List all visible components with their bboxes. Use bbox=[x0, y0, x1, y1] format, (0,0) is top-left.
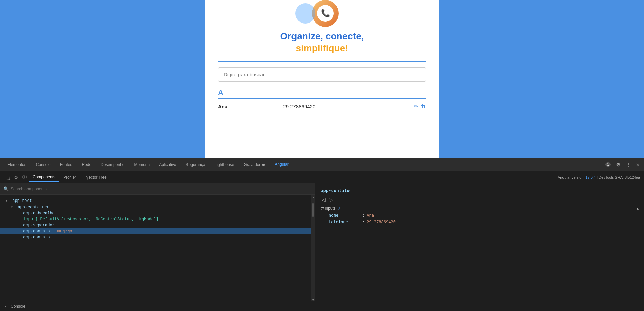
tab-angular[interactable]: Angular bbox=[270, 160, 293, 169]
component-tree-panel: 🔍 ▾ app-root ▾ app-container app-cabecal… bbox=[0, 183, 315, 311]
left-bg bbox=[0, 0, 205, 158]
console-menu-icon[interactable]: ⋮ bbox=[3, 304, 8, 309]
close-devtools-button[interactable]: ✕ bbox=[635, 161, 641, 169]
tree-area: ▾ app-root ▾ app-container app-cabecalho… bbox=[0, 195, 315, 302]
prop-value-telefone: 29 278869420 bbox=[367, 220, 396, 224]
phone-illustration: 📞 bbox=[288, 0, 356, 27]
settings-button[interactable]: ⚙ bbox=[615, 161, 622, 169]
title-line2: simplifique! bbox=[296, 43, 348, 53]
tree-item-app-root[interactable]: ▾ app-root bbox=[0, 197, 315, 204]
component-search-input[interactable] bbox=[11, 187, 312, 191]
console-label: Console bbox=[11, 304, 25, 309]
main-search-input[interactable] bbox=[218, 67, 426, 82]
chevron-icon bbox=[16, 229, 19, 234]
inputs-label: @Inputs bbox=[321, 206, 336, 211]
info-icon: ⓘ bbox=[22, 174, 27, 180]
contact-phone: 29 278869420 bbox=[283, 104, 414, 109]
settings-angular-button[interactable]: ⚙ bbox=[13, 173, 20, 181]
tree-item-app-contato-selected[interactable]: app-contato == $ng0 bbox=[0, 228, 315, 234]
tab-components[interactable]: Components bbox=[29, 173, 59, 182]
prop-key-nome: nome bbox=[329, 213, 362, 218]
chevron-icon bbox=[16, 211, 19, 216]
section-label-a: A bbox=[218, 88, 426, 99]
prop-row-telefone: telefone : 29 278869420 bbox=[321, 219, 639, 225]
title-divider bbox=[218, 61, 426, 62]
tree-scrollbar[interactable]: ▴ ▾ bbox=[311, 195, 315, 302]
title-line1: Organize, conecte, bbox=[280, 31, 364, 41]
prop-component-name: app-contato bbox=[315, 187, 644, 196]
recorder-icon: ⏺ bbox=[262, 163, 265, 167]
tab-aplicativo[interactable]: Aplicativo bbox=[154, 160, 181, 169]
angular-tab-icons: ⬚ ⚙ ⓘ bbox=[4, 173, 29, 182]
chevron-icon bbox=[16, 223, 19, 228]
tree-item-app-cabecalho[interactable]: app-cabecalho bbox=[0, 210, 315, 216]
chevron-icon bbox=[16, 235, 19, 240]
contact-name: Ana bbox=[218, 104, 283, 109]
prop-inputs-header[interactable]: @Inputs ↗ ▴ bbox=[321, 205, 639, 212]
tab-console[interactable]: Console bbox=[31, 160, 55, 169]
delete-contact-button[interactable]: 🗑 bbox=[421, 103, 426, 109]
inspect-icon: ⬚ bbox=[5, 174, 10, 180]
section-chevron-icon: ▴ bbox=[637, 206, 639, 211]
scroll-thumb[interactable] bbox=[312, 203, 314, 217]
prop-inputs-section: @Inputs ↗ ▴ nome : Ana telefone : 29 278… bbox=[315, 205, 644, 225]
console-badge: 1 bbox=[605, 162, 611, 167]
external-link-icon: ↗ bbox=[338, 206, 341, 211]
scroll-up-arrow[interactable]: ▴ bbox=[311, 195, 315, 200]
tab-gravador[interactable]: Gravador ⏺ bbox=[239, 160, 270, 169]
tab-lighthouse[interactable]: Lighthouse bbox=[210, 160, 239, 169]
prop-value-nome: Ana bbox=[367, 213, 374, 218]
edit-contact-button[interactable]: ✏ bbox=[414, 103, 418, 110]
tree-item-input[interactable]: input[_DefaultValueAccessor, _NgControlS… bbox=[0, 216, 315, 222]
more-options-button[interactable]: ⋮ bbox=[625, 161, 632, 169]
angular-version-text: Angular version: 17.0.4 | DevTools SHA: … bbox=[558, 175, 640, 179]
tree-item-app-container[interactable]: ▾ app-container bbox=[0, 204, 315, 210]
devtools-content: 🔍 ▾ app-root ▾ app-container app-cabecal… bbox=[0, 183, 644, 311]
angular-tabbar: ⬚ ⚙ ⓘ Components Profiler Injector Tree … bbox=[0, 171, 644, 183]
tree-item-app-contato-2[interactable]: app-contato bbox=[0, 234, 315, 240]
tab-profiler[interactable]: Profiler bbox=[59, 173, 80, 182]
info-button[interactable]: ⓘ bbox=[21, 173, 29, 182]
console-count-button[interactable]: 1 bbox=[604, 161, 612, 168]
contact-actions: ✏ 🗑 bbox=[414, 103, 426, 110]
chevron-icon: ▾ bbox=[11, 205, 14, 210]
inspect-element-button[interactable]: ⬚ bbox=[4, 173, 11, 182]
close-icon: ✕ bbox=[636, 162, 640, 167]
page-center: 📞 Organize, conecte, simplifique! A Ana … bbox=[205, 0, 439, 158]
tab-injector-tree[interactable]: Injector Tree bbox=[80, 173, 111, 182]
chevron-icon: ▾ bbox=[5, 198, 9, 203]
chevron-icon bbox=[16, 217, 19, 222]
tab-rede[interactable]: Rede bbox=[77, 160, 96, 169]
prop-row-nome: nome : Ana bbox=[321, 212, 639, 219]
prop-nav-row: ◁ ▷ bbox=[315, 196, 644, 205]
devtools-toolbar-right: 1 ⚙ ⋮ ✕ bbox=[604, 161, 641, 169]
tab-seguranca[interactable]: Segurança bbox=[181, 160, 210, 169]
tree-search-bar: 🔍 bbox=[0, 183, 315, 195]
devtools-tabbar: Elementos Console Fontes Rede Desempenho… bbox=[0, 158, 644, 171]
right-bg bbox=[439, 0, 644, 158]
more-icon: ⋮ bbox=[626, 162, 631, 167]
properties-panel: app-contato ◁ ▷ @Inputs ↗ ▴ nome : bbox=[315, 183, 644, 311]
console-bar: ⋮ Console bbox=[0, 301, 644, 311]
search-icon: 🔍 bbox=[3, 186, 9, 191]
tab-desempenho[interactable]: Desempenho bbox=[96, 160, 129, 169]
prop-key-telefone: telefone bbox=[329, 220, 362, 224]
angular-version-info: Angular version: 17.0.4 | DevTools SHA: … bbox=[558, 175, 640, 179]
tree-item-app-separador[interactable]: app-separador bbox=[0, 222, 315, 228]
tab-elementos[interactable]: Elementos bbox=[3, 160, 31, 169]
tab-memoria[interactable]: Memória bbox=[129, 160, 155, 169]
page-area: 📞 Organize, conecte, simplifique! A Ana … bbox=[0, 0, 644, 158]
prop-nav-prev-button[interactable]: ◁ bbox=[321, 196, 327, 203]
tab-fontes[interactable]: Fontes bbox=[55, 160, 77, 169]
settings-icon: ⚙ bbox=[616, 162, 621, 167]
devtools-panel: Elementos Console Fontes Rede Desempenho… bbox=[0, 158, 644, 311]
prop-nav-next-button[interactable]: ▷ bbox=[328, 196, 334, 203]
contact-row: Ana 29 278869420 ✏ 🗑 bbox=[218, 99, 426, 115]
page-title: Organize, conecte, simplifique! bbox=[280, 30, 364, 55]
gear-icon: ⚙ bbox=[14, 175, 18, 180]
